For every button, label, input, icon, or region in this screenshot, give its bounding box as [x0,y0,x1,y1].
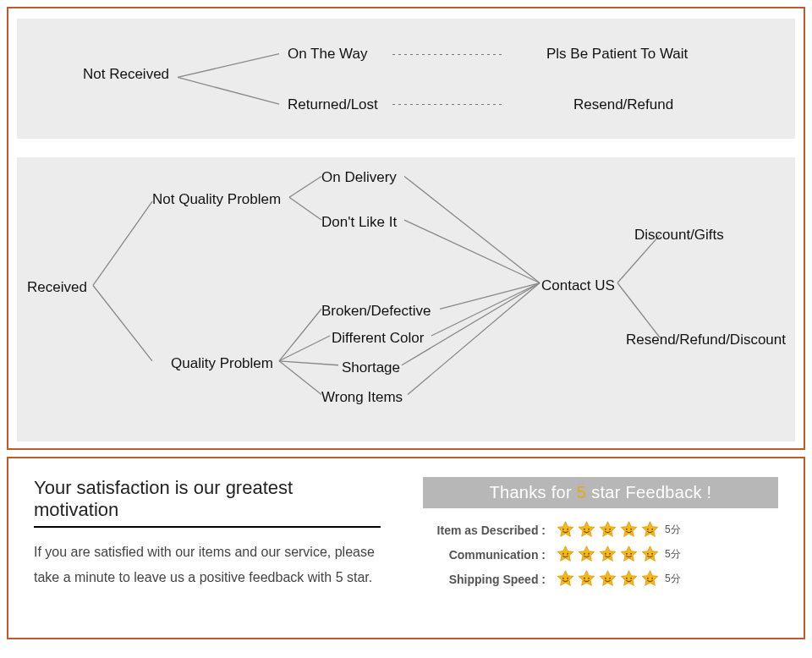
star-icon [640,569,660,589]
svg-point-20 [584,529,585,530]
star-icon [640,545,660,564]
feedback-panel: Your satisfaction is our greatest motiva… [7,457,805,639]
divider [34,526,381,528]
svg-point-47 [651,578,653,579]
node-patient: Pls Be Patient To Wait [546,46,688,63]
thanks-banner: Thanks for 5 star Feedback ! [423,477,778,508]
star-icon [556,569,575,589]
svg-point-40 [584,578,585,579]
svg-point-34 [626,553,628,555]
node-received: Received [27,279,87,296]
svg-point-39 [567,578,568,579]
node-quality-problem: Quality Problem [171,355,273,372]
feedback-left: Your satisfaction is our greatest motiva… [34,477,381,626]
star-icon [577,520,596,540]
star-icon [556,520,575,540]
svg-point-44 [626,578,628,579]
star-icon [619,569,639,589]
banner-post: star Feedback ! [586,483,711,502]
star-icon [598,545,617,564]
feedback-body: If you are satisfied with our items and … [34,540,381,591]
node-on-delivery: On Delivery [321,169,397,186]
connector-dash-icon [392,54,502,55]
node-resend-refund: Resend/Refund [573,96,673,113]
flow-diagram-panel: Not Received On The Way Pls Be Patient T… [7,7,805,450]
node-contact-us: Contact US [541,277,615,294]
node-on-the-way: On The Way [288,46,367,63]
rating-row: Communication :5分 [423,545,778,564]
svg-point-24 [626,529,628,530]
svg-point-32 [605,553,606,555]
rating-row: Item as Described :5分 [423,520,778,540]
svg-point-33 [609,553,611,555]
feedback-headline: Your satisfaction is our greatest motiva… [34,477,381,521]
svg-point-31 [588,553,590,555]
svg-point-28 [562,553,564,555]
star-icon [577,545,596,564]
star-icon [577,569,596,589]
rating-score: 5分 [665,572,681,586]
svg-point-19 [567,529,568,530]
node-dont-like: Don't Like It [321,214,397,231]
rating-label: Item as Described : [423,524,546,537]
rating-label: Shipping Speed : [423,573,546,586]
rating-score: 5分 [665,523,681,537]
svg-point-42 [605,578,606,579]
node-discount-gifts: Discount/Gifts [634,227,724,244]
svg-point-27 [651,529,653,530]
node-shortage: Shortage [342,359,400,376]
svg-point-43 [609,578,611,579]
svg-point-35 [630,553,632,555]
star-icon [598,520,617,540]
svg-point-22 [605,529,606,530]
star-icon [556,545,575,564]
rating-row: Shipping Speed :5分 [423,569,778,589]
svg-point-18 [562,529,564,530]
star-group [556,569,660,589]
node-resend-refund-discount: Resend/Refund/Discount [626,332,786,348]
rating-label: Communication : [423,548,546,562]
svg-point-38 [562,578,564,579]
node-broken: Broken/Defective [321,303,431,320]
svg-point-46 [647,578,649,579]
svg-point-25 [630,529,632,530]
received-bg [17,157,795,441]
star-icon [619,545,639,564]
svg-point-30 [584,553,585,555]
svg-point-41 [588,578,590,579]
node-wrong-items: Wrong Items [321,389,403,406]
banner-five: 5 [577,483,586,502]
svg-point-37 [651,553,653,555]
svg-point-21 [588,529,590,530]
star-group [556,545,660,564]
rating-rows: Item as Described :5分Communication :5分Sh… [423,520,778,589]
banner-pre: Thanks for [490,483,577,502]
svg-point-26 [647,529,649,530]
svg-point-23 [609,529,611,530]
star-icon [640,520,660,540]
node-diff-color: Different Color [332,330,424,347]
feedback-right: Thanks for 5 star Feedback ! Item as Des… [423,477,778,626]
node-not-received: Not Received [83,66,169,83]
node-not-quality: Not Quality Problem [152,191,281,208]
svg-point-45 [630,578,632,579]
star-group [556,520,660,540]
star-icon [598,569,617,589]
star-icon [619,520,639,540]
svg-point-36 [647,553,649,555]
connector-dash-icon [392,104,502,105]
node-returned-lost: Returned/Lost [288,96,378,113]
svg-point-29 [567,553,568,555]
rating-score: 5分 [665,547,681,562]
